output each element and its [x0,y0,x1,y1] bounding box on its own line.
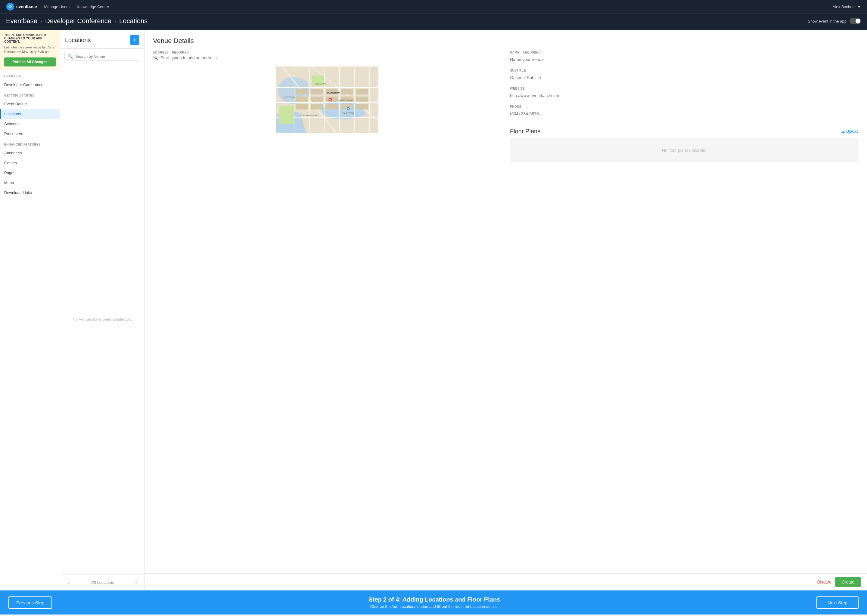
search-input[interactable] [75,54,137,59]
sidebar-item-schedule[interactable]: Schedule [0,119,60,129]
manage-users-link[interactable]: Manage Users [44,5,69,9]
sidebar-item-presenters[interactable]: Presenters [0,129,60,139]
user-chevron-icon: ▼ [857,5,861,9]
locations-count: 0/0 Locations [91,580,114,585]
breadcrumb-locations: Locations [119,17,148,25]
map-container: WEST END GASTOWN DOWNTOWN DAVIE VILLAGE … [153,66,501,133]
search-box: 🔍 [60,49,144,64]
address-search-icon: 🔍 [153,55,158,60]
svg-rect-22 [311,97,323,102]
address-input-wrap: 🔍 [153,55,501,62]
breadcrumb-sep-1: › [40,18,42,24]
discard-button[interactable]: Discard [817,580,831,585]
name-label: NAME - REQUIRED [510,51,859,54]
svg-rect-30 [326,104,338,110]
locations-panel: Locations + 🔍 No Venues have been create… [60,30,145,591]
search-icon: 🔍 [68,54,73,59]
address-field: ADDRESS - REQUIRED 🔍 [153,51,501,162]
venue-and-action: Venue Details ADDRESS - REQUIRED 🔍 [145,30,867,591]
show-event-toggle[interactable]: Show event in the app [808,18,861,24]
section-enhanced-label: ENHANCED FEATURES [0,139,60,148]
breadcrumb-conference[interactable]: Developer Conference [45,17,111,25]
user-name: Alex Bochner [833,5,856,9]
sidebar-item-developer-conference[interactable]: Developer Conference [0,80,60,90]
sidebar-alert: THERE ARE UNPUBLISHED CHANGES TO YOUR AP… [0,30,60,71]
phone-label: PHONE [510,105,859,108]
svg-rect-33 [356,97,368,102]
venue-right-fields: NAME - REQUIRED SUBTITLE WEBSITE PH [510,51,859,162]
search-input-wrap: 🔍 [65,52,140,61]
sidebar-item-download-links[interactable]: Download Links [0,188,60,198]
name-input[interactable] [510,55,859,64]
breadcrumb: Eventbase › Developer Conference › Locat… [6,17,148,25]
breadcrumb-bar: Eventbase › Developer Conference › Locat… [0,13,867,30]
user-menu[interactable]: Alex Bochner ▼ [833,5,861,9]
sidebar-item-event-details[interactable]: Event Details [0,99,60,109]
sidebar-item-attendees[interactable]: Attendees [0,148,60,158]
upload-label: Upload [846,129,859,134]
svg-point-1 [9,6,11,8]
subtitle-input[interactable] [510,73,859,82]
svg-point-35 [329,99,331,101]
floor-plans-title: Floor Plans [510,128,541,135]
svg-rect-28 [296,104,308,110]
logo-text: eventbase [16,4,37,9]
section-getting-started-label: GETTING STARTED [0,90,60,99]
svg-rect-21 [311,89,323,94]
show-event-label: Show event in the app [808,19,847,24]
svg-point-37 [348,108,349,110]
previous-step-button[interactable]: Previous Step [8,596,52,609]
phone-field: PHONE [510,105,859,118]
svg-rect-20 [296,97,308,102]
floor-plans-section: Floor Plans ☁ Upload No floor plans uplo… [510,128,859,162]
sidebar-item-locations[interactable]: Locations [0,109,60,119]
step-info: Step 2 of 4: Adding Locations and Floor … [369,596,500,609]
locations-prev-button[interactable]: ‹ [65,578,72,587]
nav-left: eventbase Manage Users Knowledge Centre [6,2,109,11]
step-subtitle: Click on the Add Locations button and fi… [369,604,500,609]
phone-input[interactable] [510,110,859,118]
sidebar-item-games[interactable]: Games [0,158,60,168]
floor-plans-empty: No floor plans uploaded [510,138,859,162]
svg-text:GASTOWN: GASTOWN [315,83,326,85]
upload-icon: ☁ [841,129,845,134]
create-button[interactable]: Create [835,577,861,587]
knowledge-centre-link[interactable]: Knowledge Centre [77,5,109,9]
sidebar: THERE ARE UNPUBLISHED CHANGES TO YOUR AP… [0,30,60,591]
svg-rect-32 [356,104,368,110]
add-location-button[interactable]: + [130,35,139,45]
locations-empty-state: No Venues have been created yet [60,64,144,574]
venue-panel: Venue Details ADDRESS - REQUIRED 🔍 [145,30,867,573]
name-field: NAME - REQUIRED [510,51,859,64]
svg-rect-25 [341,89,353,94]
subtitle-field: SUBTITLE [510,69,859,82]
locations-next-button[interactable]: › [133,578,139,587]
svg-rect-31 [341,104,353,110]
alert-text: Last changes were made by Clara Portland… [4,45,56,55]
step-title: Step 2 of 4: Adding Locations and Floor … [369,596,500,603]
svg-text:YALETOWN: YALETOWN [342,112,354,114]
website-label: WEBSITE [510,87,859,90]
upload-button[interactable]: ☁ Upload [841,129,859,134]
logo: eventbase [6,2,37,11]
map-svg: WEST END GASTOWN DOWNTOWN DAVIE VILLAGE … [153,66,501,133]
svg-rect-19 [296,89,308,94]
show-event-switch[interactable] [850,18,861,24]
top-nav: eventbase Manage Users Knowledge Centre … [0,0,867,13]
next-step-button[interactable]: Next Step [817,596,859,609]
action-bar: Discard Create [145,573,867,591]
venue-details-title: Venue Details [153,37,859,45]
alert-title: THERE ARE UNPUBLISHED CHANGES TO YOUR AP… [4,33,56,43]
address-input[interactable] [161,55,501,60]
website-input[interactable] [510,91,859,100]
breadcrumb-eventbase[interactable]: Eventbase [6,17,37,25]
sidebar-item-menu[interactable]: Menu [0,178,60,188]
breadcrumb-sep-2: › [114,18,116,24]
venue-top-fields: ADDRESS - REQUIRED 🔍 [153,51,859,162]
publish-all-button[interactable]: Publish All Changes [4,57,56,66]
svg-text:COAL HARBOUR: COAL HARBOUR [300,114,317,116]
sidebar-item-pages[interactable]: Pages [0,168,60,178]
step-bar: Previous Step Step 2 of 4: Adding Locati… [0,591,867,614]
svg-rect-17 [279,105,294,124]
svg-rect-27 [356,89,368,94]
